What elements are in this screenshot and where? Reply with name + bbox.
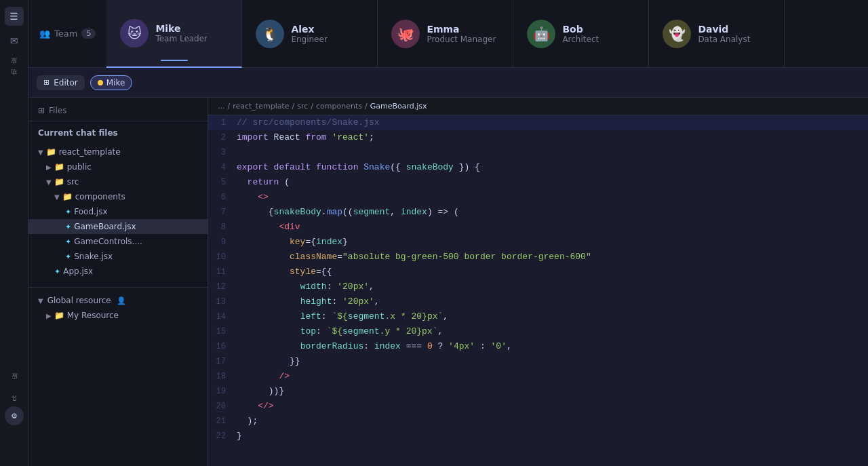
code-line-1: 1 // src/components/Snake.jsx [208,115,868,130]
code-line-8: 8 <div [208,220,868,235]
global-resource-section[interactable]: ▼ Global resource 👤 [28,293,208,308]
folder-components[interactable]: ▼ 📁 components [28,189,208,204]
team-member-mike[interactable]: 🐱 Mike Team Leader [106,0,242,68]
line-number-6: 6 [208,190,237,205]
line-content-19: ))} [237,384,868,399]
code-line-16: 16 borderRadius: index === 0 ? '4px' : '… [208,339,868,354]
file-panel: ⊞ Files Current chat files ▼ 📁 react_tem… [28,98,208,466]
chat-icon[interactable]: ✉ [5,31,24,50]
menu-icon[interactable]: ☰ [5,7,24,26]
member-name-mike: Mike [155,23,208,34]
avatar-david: 👻 [663,20,691,48]
line-number-2: 2 [208,130,237,145]
line-content-11: style={{ [237,265,868,279]
current-chat-files-title: Current chat files [28,121,208,142]
global-label: Global resource [47,296,111,305]
folder-public[interactable]: ▶ 📁 public [28,159,208,174]
folder-label: components [75,192,125,201]
avatar-alex: 🐧 [256,20,284,48]
code-line-20: 20 </> [208,399,868,414]
line-content-4: export default function Snake({ snakeBod… [237,160,868,175]
member-info-alex: Alex Engineer [291,24,327,44]
breadcrumb-components: components [316,102,362,111]
breadcrumb-sep: / [228,102,231,111]
chevron-down-icon: ▼ [54,193,60,201]
line-content-6: <> [237,190,868,205]
chevron-down-icon: ▼ [38,297,43,305]
member-name-david: David [698,24,750,35]
team-members-list: 🐱 Mike Team Leader 🐧 Alex Engineer 🐙 [106,0,868,68]
team-member-david[interactable]: 👻 David Data Analyst [649,0,785,68]
line-number-12: 12 [208,279,237,294]
code-line-21: 21 ); [208,414,868,429]
line-number-15: 15 [208,324,237,339]
jsx-file-icon: ✦ [65,208,71,216]
line-content-3 [237,145,868,160]
member-name-alex: Alex [291,24,327,35]
sidebar-text-ct2[interactable]: ct [11,395,18,401]
line-number-3: 3 [208,145,237,160]
line-number-17: 17 [208,354,237,369]
file-gameboard-jsx[interactable]: ✦ GameBoard.jsx [28,219,208,234]
line-content-10: className="absolute bg-green-500 border … [237,250,868,265]
member-name-emma: Emma [427,24,496,35]
code-body[interactable]: 1 // src/components/Snake.jsx 2 import R… [208,115,868,466]
breadcrumb-react-template: react_template [233,102,289,111]
line-number-8: 8 [208,220,237,235]
avatar-emma: 🐙 [391,20,420,48]
breadcrumb-ellipsis: ... [218,102,225,111]
file-label: GameControls.... [74,237,142,246]
code-line-9: 9 key={index} [208,235,868,250]
folder-react-template[interactable]: ▼ 📁 react_template [28,144,208,159]
user-tag[interactable]: Mike [90,75,133,90]
line-number-22: 22 [208,429,237,444]
file-label: GameBoard.jsx [74,222,136,231]
member-role-david: Data Analyst [698,35,750,44]
file-label: Snake.jsx [74,252,113,261]
code-line-2: 2 import React from 'react'; [208,130,868,145]
code-line-18: 18 /> [208,369,868,384]
chevron-down-icon: ▼ [46,178,52,186]
left-sidebar: ☰ ✉ 应 功 应 ct ⚙ [0,0,28,466]
jsx-file-icon: ✦ [65,222,71,231]
file-food-jsx[interactable]: ✦ Food.jsx [28,204,208,219]
folder-label: react_template [59,147,121,157]
active-indicator-mike [161,60,188,61]
code-line-4: 4 export default function Snake({ snakeB… [208,160,868,175]
code-line-6: 6 <> [208,190,868,205]
editor-tab-button[interactable]: ⊞ Editor [37,75,85,90]
code-line-14: 14 left: `${segment.x * 20}px`, [208,309,868,324]
folder-src[interactable]: ▼ 📁 src [28,174,208,189]
team-icon: 👥 [39,28,50,39]
settings-icon[interactable]: ⚙ [5,406,24,425]
content-area: ⊞ Files Current chat files ▼ 📁 react_tem… [28,98,868,466]
file-snake-jsx[interactable]: ✦ Snake.jsx [28,249,208,264]
folder-my-resource[interactable]: ▶ 📁 My Resource [28,308,208,323]
code-line-10: 10 className="absolute bg-green-500 bord… [208,250,868,265]
file-tree: ▼ 📁 react_template ▶ 📁 public ▼ 📁 src [28,142,208,281]
line-number-1: 1 [208,115,237,130]
line-number-20: 20 [208,399,237,414]
team-member-bob[interactable]: 🤖 Bob Architect [513,0,649,68]
user-dot [98,80,103,85]
toolbar: ⊞ Editor Mike [28,68,868,98]
folder-icon: 📁 [46,147,56,157]
code-line-15: 15 top: `${segment.y * 20}px`, [208,324,868,339]
avatar-bob: 🤖 [527,20,555,48]
member-info-david: David Data Analyst [698,24,750,44]
team-member-alex[interactable]: 🐧 Alex Engineer [242,0,378,68]
file-label: App.jsx [63,267,93,276]
line-number-19: 19 [208,384,237,399]
team-member-emma[interactable]: 🐙 Emma Product Manager [378,0,513,68]
line-content-18: /> [237,369,868,384]
file-gamecontrols-jsx[interactable]: ✦ GameControls.... [28,234,208,249]
line-content-9: key={index} [237,235,868,250]
chevron-right-icon: ▶ [46,312,52,319]
code-line-3: 3 [208,145,868,160]
jsx-file-icon: ✦ [54,267,60,276]
file-app-jsx[interactable]: ✦ App.jsx [28,264,208,279]
editor-icon: ⊞ [43,78,50,87]
line-content-14: left: `${segment.x * 20}px`, [237,309,868,324]
team-count: 5 [81,28,96,39]
team-label: 👥 Team 5 [28,28,106,39]
